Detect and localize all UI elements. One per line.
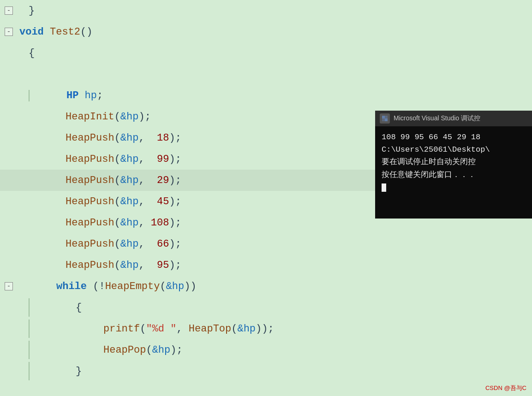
token-hp-var: hp	[85, 90, 97, 101]
line-content-16: HeapPop(&hp);	[18, 341, 532, 359]
token-heappush-11: HeapPush	[66, 238, 114, 250]
console-title: Microsoft Visual Studio 调试控	[394, 114, 480, 123]
code-editor: - } - void Test2() { HP hp;	[0, 0, 532, 396]
token-brace-open: {	[76, 302, 82, 313]
code-line-11: HeapPush(&hp, 66);	[0, 233, 532, 254]
console-cursor-line	[382, 181, 526, 194]
code-line-17: }	[0, 361, 532, 382]
token-heappush-7: HeapPush	[66, 154, 114, 165]
line-content-10: HeapPush(&hp, 108);	[18, 217, 532, 229]
fold-minus-1[interactable]: -	[5, 28, 13, 36]
line-content-0: }	[18, 5, 532, 17]
fold-minus-13[interactable]: -	[5, 282, 13, 290]
console-output-1: 108 99 95 66 45 29 18	[382, 131, 526, 143]
code-line-16: HeapPop(&hp);	[0, 339, 532, 361]
line-content-15: printf("%d ", HeapTop(&hp));	[18, 319, 532, 338]
code-line-0: - }	[0, 0, 532, 21]
code-line-13: - while (!HeapEmpty(&hp))	[0, 276, 532, 297]
line-content-11: HeapPush(&hp, 66);	[18, 238, 532, 250]
code-line-12: HeapPush(&hp, 95);	[0, 254, 532, 276]
code-line-3	[0, 64, 532, 85]
console-body: 108 99 95 66 45 29 18 C:\Users\25061\Des…	[375, 126, 532, 219]
csdn-watermark: CSDN @吾与C	[485, 384, 526, 392]
code-line-2: {	[0, 42, 532, 64]
token-amphp: &hp	[120, 111, 139, 123]
line-content-1: void Test2()	[18, 26, 532, 38]
svg-rect-1	[385, 118, 388, 121]
token-heappush-12: HeapPush	[66, 260, 114, 271]
line-content-17: }	[18, 362, 532, 380]
token-void: void	[19, 26, 50, 38]
fold-minus-0[interactable]: -	[5, 6, 13, 15]
line-content-13: while (!HeapEmpty(&hp))	[18, 281, 532, 292]
token-heappop: HeapPop	[103, 344, 146, 356]
line-content-14: {	[18, 298, 532, 317]
svg-rect-0	[382, 116, 385, 118]
fold-gutter-0[interactable]: -	[0, 6, 18, 15]
console-output-2: C:\Users\25061\Desktop\	[382, 143, 526, 156]
console-titlebar: Microsoft Visual Studio 调试控	[375, 111, 532, 126]
token-brace-close: }	[76, 366, 82, 377]
token-hp-type: HP	[66, 90, 85, 101]
code-line-15: printf("%d ", HeapTop(&hp));	[0, 318, 532, 339]
token-heappush-6: HeapPush	[66, 132, 114, 144]
token-heappush-8: HeapPush	[66, 175, 114, 186]
code-line-14: {	[0, 297, 532, 318]
token-semi: ;	[97, 90, 103, 101]
fold-gutter-1[interactable]: -	[0, 28, 18, 36]
token-test2: Test2	[50, 26, 80, 38]
token-parens: ()	[80, 26, 92, 38]
line-content-2: {	[18, 47, 532, 59]
code-line-1: - void Test2()	[0, 21, 532, 42]
token-brace: {	[29, 47, 35, 59]
fold-gutter-13[interactable]: -	[0, 282, 18, 290]
token-printf: printf	[103, 323, 140, 335]
token-p1: (	[114, 111, 120, 123]
console-window: Microsoft Visual Studio 调试控 108 99 95 66…	[375, 111, 532, 219]
console-output-4: 按任意键关闭此窗口．．．	[382, 169, 526, 181]
vs-icon	[380, 113, 390, 124]
token-format-str: "%d "	[146, 323, 176, 335]
token-while: while	[56, 281, 87, 292]
console-cursor	[382, 183, 386, 192]
console-output-3: 要在调试停止时自动关闭控	[382, 156, 526, 168]
svg-rect-2	[385, 116, 388, 118]
line-content-4: HP hp;	[18, 90, 532, 101]
token: }	[29, 5, 35, 17]
code-line-18	[0, 382, 532, 396]
code-line-4: HP hp;	[0, 85, 532, 106]
token-p2: );	[138, 111, 150, 123]
token-heappush-9: HeapPush	[66, 196, 114, 207]
svg-rect-3	[382, 118, 385, 121]
token-heappush-10: HeapPush	[66, 217, 114, 229]
line-content-12: HeapPush(&hp, 95);	[18, 260, 532, 271]
token-heapinit: HeapInit	[66, 111, 114, 123]
